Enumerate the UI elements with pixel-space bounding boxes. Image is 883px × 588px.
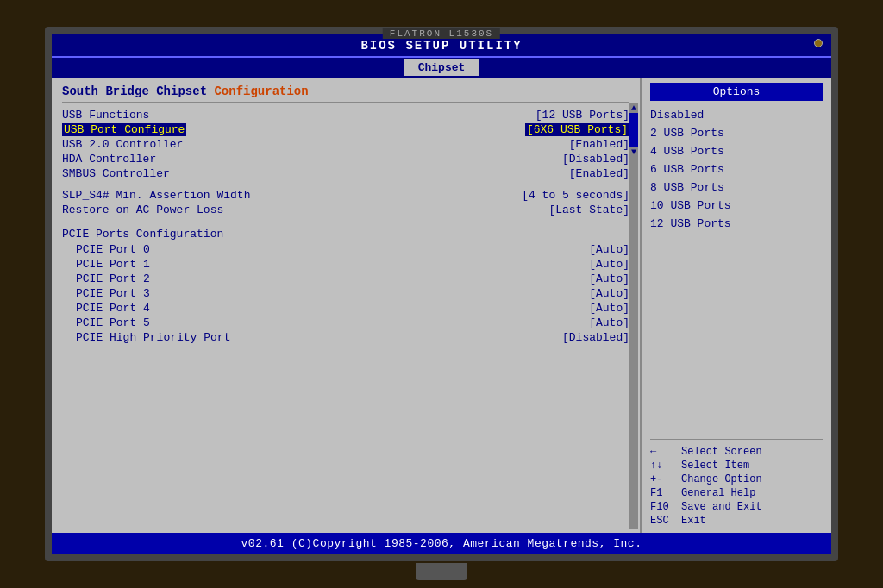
option-disabled[interactable]: Disabled [650, 108, 823, 122]
pcie-port-0-label: PCIE Port 0 [76, 243, 150, 256]
key-f1: F1 [650, 487, 674, 499]
bios-content: South Bridge Chipset Configuration USB F… [52, 78, 831, 533]
config-row-slp[interactable]: SLP_S4# Min. Assertion Width [4 to 5 sec… [62, 188, 629, 203]
restore-label: Restore on AC Power Loss [62, 203, 223, 216]
action-general-help: General Help [681, 487, 755, 499]
config-row-restore[interactable]: Restore on AC Power Loss [Last State] [62, 203, 629, 217]
pcie-port-4-label: PCIE Port 4 [76, 302, 150, 315]
pcie-section-header: PCIE Ports Configuration [62, 228, 629, 241]
config-row-usb-functions[interactable]: USB Functions [12 USB Ports] [62, 108, 629, 122]
hda-value: [Disabled] [562, 153, 629, 166]
section-title: South Bridge Chipset Configuration [62, 84, 629, 103]
action-change-option: Change Option [681, 473, 762, 485]
smbus-value: [Enabled] [569, 167, 629, 180]
key-updown: ↑↓ [650, 460, 674, 472]
pcie-port-3-row[interactable]: PCIE Port 3 [Auto] [62, 286, 629, 301]
pcie-high-priority-label: PCIE High Priority Port [76, 331, 230, 344]
keybind-change-option: +- Change Option [650, 472, 823, 486]
keybind-esc: ESC Exit [650, 514, 823, 528]
keybind-select-screen: ← Select Screen [650, 445, 823, 459]
usb2-value: [Enabled] [569, 138, 629, 151]
usb2-label: USB 2.0 Controller [62, 138, 183, 151]
restore-value: [Last State] [548, 203, 629, 216]
keybind-f10: F10 Save and Exit [650, 500, 823, 514]
config-row-hda[interactable]: HDA Controller [Disabled] [62, 152, 629, 166]
scrollbar-thumb[interactable] [629, 113, 638, 147]
config-row-usb2[interactable]: USB 2.0 Controller [Enabled] [62, 137, 629, 152]
pcie-table: PCIE Port 0 [Auto] PCIE Port 1 [Auto] PC… [62, 242, 629, 345]
bios-tab-row: Chipset [52, 58, 831, 78]
pcie-port-5-label: PCIE Port 5 [76, 316, 150, 329]
pcie-high-priority-value: [Disabled] [562, 331, 629, 344]
scroll-up-arrow[interactable]: ▲ [631, 103, 636, 113]
section-title-prefix: South Bridge Chipset [62, 84, 214, 98]
slp-label: SLP_S4# Min. Assertion Width [62, 189, 250, 202]
action-save-exit: Save and Exit [681, 501, 762, 513]
action-select-item: Select Item [681, 460, 749, 472]
smbus-label: SMBUS Controller [62, 167, 170, 180]
option-2-usb[interactable]: 2 USB Ports [650, 126, 823, 141]
key-plusminus: +- [650, 473, 674, 485]
pcie-port-0-row[interactable]: PCIE Port 0 [Auto] [62, 242, 629, 257]
option-10-usb[interactable]: 10 USB Ports [650, 198, 823, 213]
camera-dot [814, 39, 823, 47]
right-panel: Options Disabled 2 USB Ports 4 USB Ports… [642, 78, 831, 533]
section-title-highlight: Configuration [214, 84, 308, 98]
config-row-smbus[interactable]: SMBUS Controller [Enabled] [62, 166, 629, 181]
pcie-port-1-value: [Auto] [589, 258, 629, 271]
options-title: Options [650, 83, 823, 101]
pcie-port-5-value: [Auto] [589, 316, 629, 329]
option-8-usb[interactable]: 8 USB Ports [650, 180, 823, 195]
option-4-usb[interactable]: 4 USB Ports [650, 144, 823, 159]
pcie-port-2-value: [Auto] [589, 272, 629, 285]
hda-label: HDA Controller [62, 153, 156, 166]
key-f10: F10 [650, 501, 674, 513]
key-esc: ESC [650, 515, 674, 527]
option-6-usb[interactable]: 6 USB Ports [650, 162, 823, 177]
usb-port-configure-value: [6X6 USB Ports] [525, 123, 629, 136]
pcie-high-priority-row[interactable]: PCIE High Priority Port [Disabled] [62, 330, 629, 345]
keybind-f1: F1 General Help [650, 486, 823, 500]
config-row-usb-port-configure[interactable]: USB Port Configure [6X6 USB Ports] [62, 122, 629, 137]
slp-value: [4 to 5 seconds] [522, 189, 629, 202]
usb-port-configure-label: USB Port Configure [62, 123, 186, 136]
pcie-port-3-label: PCIE Port 3 [76, 287, 150, 300]
pcie-port-1-label: PCIE Port 1 [76, 258, 150, 271]
keybind-section: ← Select Screen ↑↓ Select Item +- Change… [650, 439, 823, 528]
usb-functions-value: [12 USB Ports] [535, 109, 629, 122]
pcie-port-2-row[interactable]: PCIE Port 2 [Auto] [62, 272, 629, 286]
pcie-port-4-row[interactable]: PCIE Port 4 [Auto] [62, 301, 629, 316]
scroll-down-arrow[interactable]: ▼ [631, 147, 636, 157]
pcie-port-0-value: [Auto] [589, 243, 629, 256]
pcie-port-2-label: PCIE Port 2 [76, 272, 150, 285]
monitor-frame: FLATRON L1530S BIOS SETUP UTILITY Chipse… [45, 27, 838, 561]
bios-screen: BIOS SETUP UTILITY Chipset South Bridge … [52, 34, 831, 554]
pcie-port-4-value: [Auto] [589, 302, 629, 315]
tab-chipset[interactable]: Chipset [404, 59, 479, 76]
scrollbar[interactable]: ▲ ▼ [629, 103, 638, 529]
option-12-usb[interactable]: 12 USB Ports [650, 216, 823, 231]
config-table-1: USB Functions [12 USB Ports] USB Port Co… [62, 108, 629, 181]
bios-footer: v02.61 (C)Copyright 1985-2006, American … [52, 533, 831, 554]
keybind-select-item: ↑↓ Select Item [650, 459, 823, 472]
key-arrow: ← [650, 446, 674, 458]
main-panel: South Bridge Chipset Configuration USB F… [52, 78, 642, 533]
action-exit: Exit [681, 515, 706, 527]
action-select-screen: Select Screen [681, 446, 762, 458]
config-table-2: SLP_S4# Min. Assertion Width [4 to 5 sec… [62, 188, 629, 217]
pcie-port-3-value: [Auto] [589, 287, 629, 300]
monitor-brand: FLATRON L1530S [383, 28, 500, 39]
pcie-port-1-row[interactable]: PCIE Port 1 [Auto] [62, 257, 629, 272]
usb-functions-label: USB Functions [62, 109, 149, 122]
monitor-stand [416, 563, 467, 580]
pcie-port-5-row[interactable]: PCIE Port 5 [Auto] [62, 316, 629, 330]
